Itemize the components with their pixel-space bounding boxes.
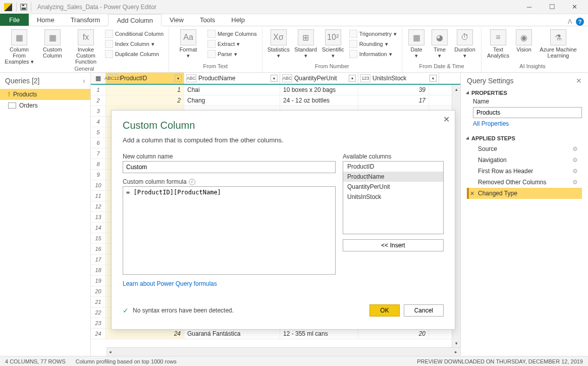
minimize-button[interactable]: ─	[518, 0, 541, 14]
format-button[interactable]: Aa Format▾	[172, 28, 204, 60]
applied-step[interactable]: ✕Changed Type	[467, 188, 582, 199]
duration-button[interactable]: ⏱ Duration▾	[452, 28, 478, 60]
table-icon-cell[interactable]: ▦	[91, 73, 106, 84]
dialog-subtitle: Add a column that is computed from the o…	[123, 136, 444, 144]
date-button[interactable]: ▦ Date▾	[405, 28, 427, 60]
scientific-button[interactable]: 10² Scientific▾	[320, 28, 346, 60]
gear-icon[interactable]: ⚙	[572, 156, 578, 164]
cancel-button[interactable]: Cancel	[404, 304, 444, 317]
information-button[interactable]: Information ▾	[348, 49, 398, 59]
time-button[interactable]: ◕ Time▾	[429, 28, 451, 60]
ok-button[interactable]: OK	[369, 304, 399, 317]
cell[interactable]: Chai	[184, 85, 280, 95]
text-analytics-button[interactable]: ≡ TextAnalytics	[485, 28, 512, 60]
index-column-button[interactable]: Index Column ▾	[104, 39, 165, 48]
applied-step[interactable]: Navigation⚙	[467, 154, 582, 166]
scroll-up-icon[interactable]: ▴	[452, 85, 461, 93]
formula-input[interactable]	[123, 186, 336, 275]
statistics-button[interactable]: Χσ Statistics▾	[265, 28, 292, 60]
table-row[interactable]: 11Chai10 boxes x 20 bags39	[91, 85, 460, 95]
vision-icon: ◉	[516, 29, 532, 45]
datatype-icon[interactable]: ABC	[186, 74, 196, 82]
available-columns-list[interactable]: ProductIDProductNameQuantityPerUnitUnits…	[343, 161, 444, 234]
extract-button[interactable]: Extract ▾	[206, 39, 258, 48]
column-header-productid[interactable]: ABC123ProductID▾	[106, 73, 184, 84]
collapse-queries-icon[interactable]: ‹	[83, 77, 85, 85]
invoke-custom-function-button[interactable]: fx Invoke CustomFunction	[70, 28, 102, 66]
cell[interactable]: 12 - 355 ml cans	[280, 329, 358, 339]
cell[interactable]: 17	[358, 95, 429, 106]
cell[interactable]: 24	[106, 329, 184, 339]
tab-file[interactable]: File	[0, 14, 29, 26]
cell[interactable]: 39	[358, 85, 429, 95]
cell[interactable]: 1	[106, 85, 184, 95]
azure-ml-button[interactable]: ⚗ Azure MachineLearning	[536, 28, 580, 60]
available-column-item[interactable]: UnitsInStock	[343, 192, 443, 202]
applied-step[interactable]: Removed Other Columns⚙	[467, 177, 582, 188]
column-header-quantityperunit[interactable]: ABCQuantityPerUnit▾	[280, 73, 358, 84]
column-header-productname[interactable]: ABCProductName▾	[184, 73, 280, 84]
duplicate-column-button[interactable]: Duplicate Column	[104, 49, 165, 59]
datatype-icon[interactable]: ABC	[282, 74, 292, 82]
custom-column-button[interactable]: ▦ CustomColumn	[36, 28, 69, 60]
standard-button[interactable]: ⊞ Standard▾	[293, 28, 319, 60]
scroll-down-icon[interactable]: ▾	[452, 339, 461, 347]
tab-add-column[interactable]: Add Column	[108, 14, 162, 26]
column-filter-icon[interactable]: ▾	[175, 75, 182, 82]
gear-icon[interactable]: ⚙	[572, 179, 578, 186]
save-icon[interactable]	[19, 2, 29, 12]
cell[interactable]: 24 - 12 oz bottles	[280, 95, 358, 106]
tab-help[interactable]: Help	[223, 14, 253, 26]
parse-button[interactable]: Parse ▾	[206, 49, 258, 59]
all-properties-link[interactable]: All Properties	[473, 120, 509, 127]
available-column-item[interactable]: ProductName	[343, 172, 443, 182]
scroll-left-icon[interactable]: ◂	[106, 348, 115, 356]
horizontal-scrollbar[interactable]: ◂ ▸	[106, 347, 460, 356]
tab-tools[interactable]: Tools	[192, 14, 223, 26]
gear-icon[interactable]: ⚙	[572, 145, 578, 152]
collapse-ribbon-icon[interactable]: ᐱ	[568, 18, 572, 25]
column-filter-icon[interactable]: ▾	[430, 75, 437, 82]
applied-step[interactable]: Source⚙	[467, 143, 582, 154]
datatype-icon[interactable]: ABC123	[108, 74, 118, 82]
tab-view[interactable]: View	[162, 14, 192, 26]
applied-step[interactable]: First Row as Header⚙	[467, 166, 582, 177]
column-filter-icon[interactable]: ▾	[349, 75, 356, 82]
parse-icon	[207, 50, 216, 58]
dialog-close-icon[interactable]: ✕	[443, 115, 450, 124]
tab-home[interactable]: Home	[29, 14, 63, 26]
info-icon[interactable]: i	[189, 179, 195, 185]
available-column-item[interactable]: ProductID	[343, 162, 443, 172]
cell[interactable]: 10 boxes x 20 bags	[280, 85, 358, 95]
cell[interactable]: 2	[106, 95, 184, 106]
cell[interactable]: Chang	[184, 95, 280, 106]
maximize-button[interactable]: ☐	[541, 0, 563, 14]
rounding-button[interactable]: Rounding ▾	[348, 39, 398, 48]
query-item-products[interactable]: ! Products	[0, 89, 90, 100]
query-name-input[interactable]	[473, 107, 582, 118]
cell[interactable]: Guaraná Fantástica	[184, 329, 280, 339]
delete-step-icon[interactable]: ✕	[470, 190, 474, 197]
vision-button[interactable]: ◉ Vision	[513, 28, 535, 54]
trigonometry-button[interactable]: Trigonometry ▾	[348, 29, 398, 38]
datatype-icon[interactable]: 123	[360, 74, 370, 82]
tab-transform[interactable]: Transform	[63, 14, 109, 26]
available-column-item[interactable]: QuantityPerUnit	[343, 182, 443, 192]
merge-columns-button[interactable]: Merge Columns	[206, 29, 258, 38]
gear-icon[interactable]: ⚙	[572, 168, 578, 175]
table-row[interactable]: 2424Guaraná Fantástica12 - 355 ml cans20	[91, 329, 460, 339]
table-row[interactable]: 22Chang24 - 12 oz bottles17	[91, 95, 460, 106]
conditional-column-button[interactable]: Conditional Column	[104, 29, 165, 38]
column-header-unitsinstock[interactable]: 123UnitsInStock▾	[358, 73, 439, 84]
column-filter-icon[interactable]: ▾	[271, 75, 278, 82]
column-from-examples-button[interactable]: ▦ Column FromExamples ▾	[3, 28, 35, 66]
insert-button[interactable]: << Insert	[343, 239, 444, 251]
close-button[interactable]: ✕	[563, 0, 586, 14]
new-column-name-input[interactable]	[123, 161, 336, 173]
learn-formulas-link[interactable]: Learn about Power Query formulas	[123, 280, 217, 287]
scroll-right-icon[interactable]: ▸	[452, 348, 460, 356]
help-icon[interactable]: ?	[576, 18, 584, 26]
close-settings-icon[interactable]: ✕	[576, 77, 582, 85]
cell[interactable]: 20	[358, 329, 429, 339]
query-item-orders[interactable]: Orders	[0, 100, 90, 111]
